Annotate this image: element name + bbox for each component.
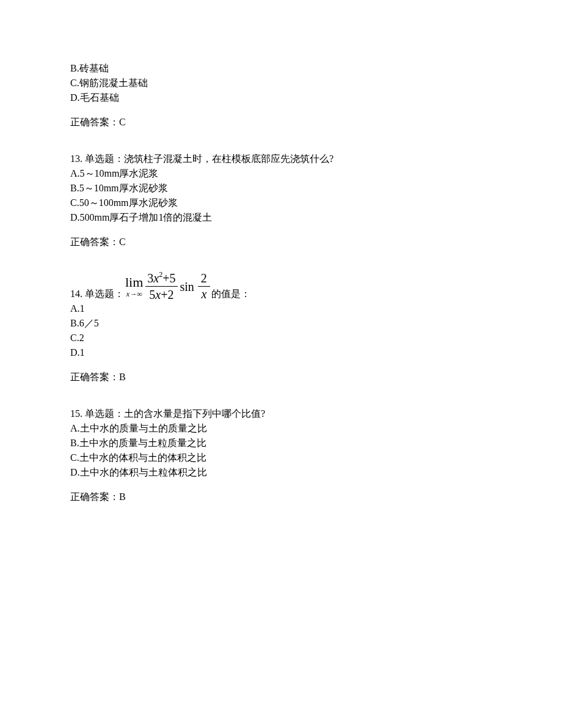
answer-label: 正确答案：B [70,490,492,504]
question-stem: 13. 单选题：浇筑柱子混凝土时，在柱模板底部应先浇筑什么? [70,152,492,166]
fraction-2: 2 x [198,272,210,301]
option-c: C.50～100mm厚水泥砂浆 [70,196,492,210]
option-d: D.毛石基础 [70,90,492,105]
question-14: 14. 单选题： lim x→∞ 3x2+5 5x+2 sin 2 x 的值是：… [70,271,492,384]
option-b: B.砖基础 [70,61,492,76]
option-d: D.1 [70,345,492,360]
limit-symbol: lim x→∞ [125,276,143,298]
math-formula: lim x→∞ 3x2+5 5x+2 sin 2 x [124,271,211,301]
option-b: B.6／5 [70,316,492,331]
answer-label: 正确答案：C [70,235,492,249]
fraction-2-denominator: x [198,287,210,301]
option-c: C.2 [70,331,492,345]
question-stem: 15. 单选题：土的含水量是指下列中哪个比值? [70,406,492,421]
answer-label: 正确答案：C [70,115,492,130]
option-b: B.5～10mm厚水泥砂浆 [70,181,492,196]
option-d: D.500mm厚石子增加1倍的混凝土 [70,210,492,225]
question-partial: B.砖基础 C.钢筋混凝土基础 D.毛石基础 正确答案：C [70,61,492,130]
option-a: A.1 [70,301,492,316]
option-d: D.土中水的体积与土粒体积之比 [70,465,492,480]
question-15: 15. 单选题：土的含水量是指下列中哪个比值? A.土中水的质量与土的质量之比 … [70,406,492,504]
fraction-1-numerator: 3x2+5 [145,271,177,287]
option-a: A.5～10mm厚水泥浆 [70,166,492,181]
question-prefix: 14. 单选题： [70,287,124,301]
lim-subscript: x→∞ [126,290,142,298]
answer-label: 正确答案：B [70,370,492,384]
fraction-1: 3x2+5 5x+2 [145,271,177,301]
option-a: A.土中水的质量与土的质量之比 [70,421,492,436]
question-13: 13. 单选题：浇筑柱子混凝土时，在柱模板底部应先浇筑什么? A.5～10mm厚… [70,152,492,249]
fraction-2-numerator: 2 [198,272,210,287]
option-c: C.土中水的体积与土的体积之比 [70,450,492,465]
fraction-1-denominator: 5x+2 [147,287,175,301]
option-c: C.钢筋混凝土基础 [70,76,492,90]
question-suffix: 的值是： [211,287,250,301]
sin-function: sin [180,278,194,296]
option-b: B.土中水的质量与土粒质量之比 [70,436,492,450]
lim-text: lim [125,276,143,289]
